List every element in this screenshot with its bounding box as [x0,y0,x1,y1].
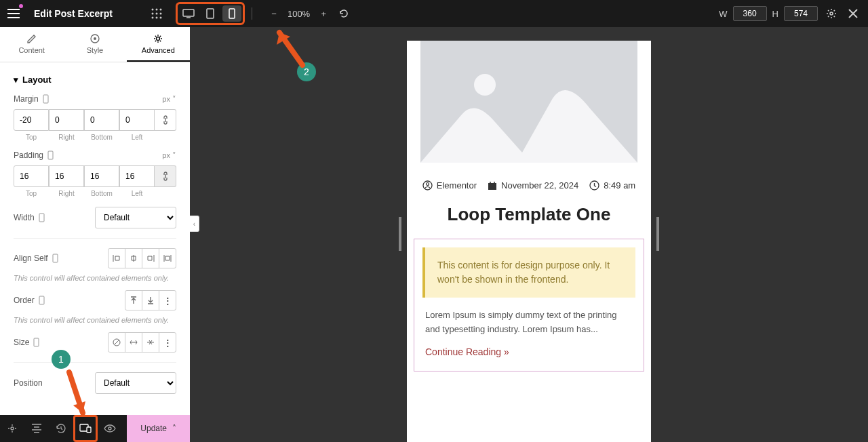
read-more-link[interactable]: Continue Reading » [422,346,635,363]
size-shrink-button[interactable] [142,332,159,353]
device-icon [47,150,54,160]
svg-rect-18 [39,214,44,222]
tab-style[interactable]: Style [63,27,126,62]
size-none-button[interactable] [108,332,125,353]
layout-section-header[interactable]: ▾ Layout [14,62,176,94]
margin-unit-select[interactable]: px ˅ [162,95,176,104]
svg-rect-25 [87,427,91,433]
margin-top-input[interactable] [14,109,49,131]
svg-point-7 [155,17,157,19]
svg-point-3 [151,13,153,15]
svg-point-30 [426,183,429,186]
desktop-device-button[interactable] [179,5,198,22]
canvas-height-input[interactable] [784,6,818,21]
align-help-text: This control will affect contained eleme… [14,274,176,282]
padding-link-button[interactable] [155,165,176,187]
device-icon [39,296,45,305]
svg-rect-20 [39,296,44,304]
margin-link-button[interactable] [155,109,176,131]
svg-rect-21 [34,338,39,346]
align-center-button[interactable] [125,248,142,268]
elements-grid-button[interactable] [143,0,170,27]
svg-rect-17 [48,151,53,159]
padding-label: Padding [14,150,54,160]
top-header: Edit Post Excerpt − 100% + W H [0,0,868,27]
sidebar-collapse-handle[interactable]: ‹ [190,216,199,232]
svg-point-15 [157,37,160,41]
padding-unit-select[interactable]: px ˅ [162,151,176,160]
page-title: Edit Post Excerpt [27,8,119,19]
svg-rect-9 [183,9,194,16]
position-select[interactable]: Default [95,372,176,394]
padding-bottom-input[interactable] [84,165,119,187]
padding-left-input[interactable] [119,165,155,187]
svg-rect-16 [43,95,48,103]
align-end-button[interactable] [142,248,159,268]
order-last-button[interactable] [142,290,159,310]
tab-content[interactable]: Content [0,27,63,62]
editor-tabs: Content Style Advanced [0,27,190,62]
design-notice: This content is for design purpose only.… [422,247,635,298]
svg-point-1 [155,9,157,11]
mobile-preview: Elementor November 22, 2024 8:49 am Loop… [407,41,651,442]
padding-right-input[interactable] [49,165,84,187]
annotation-badge-1: 1 [52,350,71,369]
svg-point-23 [11,427,14,430]
zoom-out-button[interactable]: − [267,7,281,20]
order-first-button[interactable] [125,290,142,310]
margin-right-input[interactable] [49,109,84,131]
size-grow-button[interactable] [125,332,142,353]
clock-icon [589,180,599,190]
zoom-reset-button[interactable] [337,7,351,20]
chevron-up-icon: ˄ [172,424,176,433]
navigator-icon[interactable] [24,415,49,442]
canvas-width-input[interactable] [733,6,767,21]
post-title: Loop Template One [407,200,651,239]
position-label: Position [14,378,43,388]
size-more-button[interactable]: ⋮ [159,332,176,353]
svg-rect-19 [53,254,58,262]
device-icon [33,338,39,347]
svg-rect-11 [229,9,235,18]
margin-bottom-input[interactable] [84,109,119,131]
svg-point-4 [155,13,157,15]
excerpt-text: Lorem Ipsum is simply dummy text of the … [422,308,635,346]
tab-advanced[interactable]: Advanced [127,27,190,62]
order-more-button[interactable]: ⋮ [159,290,176,310]
order-buttons: ⋮ [125,290,176,310]
svg-rect-32 [488,185,496,190]
zoom-in-button[interactable]: + [317,7,330,20]
canvas-resize-right[interactable] [656,217,659,251]
svg-point-26 [108,427,111,430]
editor-sidebar: Content Style Advanced ▾ Layout Margin p… [0,27,190,415]
zoom-controls: − 100% + [267,7,351,20]
mobile-device-button[interactable] [222,5,241,22]
width-select[interactable]: Default [95,207,176,228]
zoom-level: 100% [288,9,310,19]
svg-point-14 [94,37,96,40]
device-icon [52,254,58,263]
annotation-arrow-2 [270,24,311,72]
preview-canvas: Elementor November 22, 2024 8:49 am Loop… [190,27,868,442]
align-stretch-button[interactable] [159,248,176,268]
svg-point-2 [159,9,161,11]
settings-icon[interactable] [823,5,840,22]
size-buttons: ⋮ [108,332,176,353]
menu-button[interactable] [0,0,27,27]
margin-left-input[interactable] [119,109,155,131]
preview-icon[interactable] [98,415,122,442]
svg-point-8 [159,17,161,19]
svg-point-12 [830,12,833,15]
svg-point-0 [151,9,153,11]
page-settings-icon[interactable] [0,415,24,442]
excerpt-widget[interactable]: This content is for design purpose only.… [414,239,644,371]
canvas-resize-left[interactable] [399,217,401,251]
close-button[interactable] [845,5,861,22]
update-button[interactable]: Update ˄ [127,415,190,442]
calendar-icon [488,181,497,190]
margin-label: Margin [14,94,49,104]
svg-point-6 [151,17,153,19]
align-start-button[interactable] [108,248,125,268]
padding-top-input[interactable] [14,165,49,187]
tablet-device-button[interactable] [201,5,220,22]
